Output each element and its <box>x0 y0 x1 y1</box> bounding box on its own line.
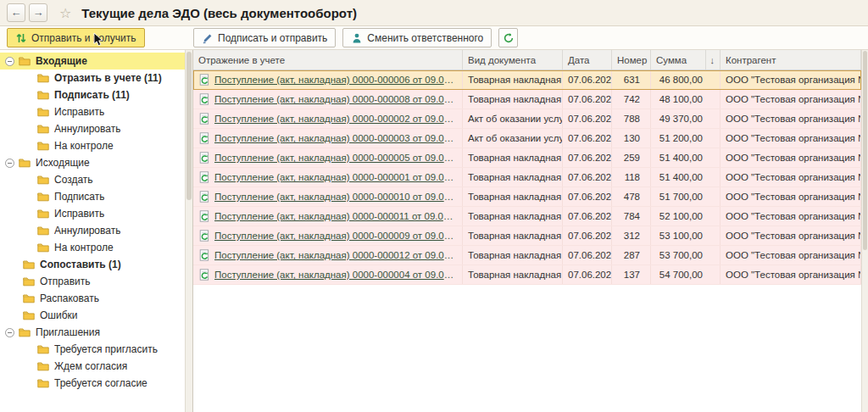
sidebar-item-need-invite[interactable]: Требуется пригласить <box>0 341 185 358</box>
table-header: Отражение в учете Вид документа Дата Ном… <box>193 50 861 70</box>
date-cell: 07.06.2020 <box>563 129 612 148</box>
document-link[interactable]: Поступление (акт, накладная) 0000-000006… <box>214 75 457 85</box>
favorite-star-icon[interactable]: ☆ <box>59 5 71 21</box>
folder-icon <box>23 293 35 303</box>
column-header-sum[interactable]: Сумма ↓ <box>651 50 721 70</box>
sidebar-item-invitations[interactable]: Приглашения <box>0 324 185 341</box>
number-cell: 478 <box>612 187 651 206</box>
sidebar-item-label: На контроле <box>54 242 114 253</box>
sidebar-item-control-out[interactable]: На контроле <box>0 239 185 256</box>
table-row[interactable]: Поступление (акт, накладная) 0000-000010… <box>193 187 861 207</box>
refresh-button[interactable] <box>498 28 518 47</box>
sidebar-item-annul-in[interactable]: Аннулировать <box>0 120 185 137</box>
sidebar-item-sign-out[interactable]: Подписать <box>0 188 185 205</box>
number-cell: 742 <box>612 90 651 109</box>
column-header-doc-type[interactable]: Вид документа <box>463 50 563 70</box>
document-link[interactable]: Поступление (акт, накладная) 0000-000001… <box>214 172 457 182</box>
forward-button[interactable]: → <box>29 3 47 22</box>
document-link[interactable]: Поступление (акт, накладная) 0000-000008… <box>214 94 457 104</box>
sum-cell: 51 700,00 <box>651 187 721 206</box>
collapse-icon[interactable] <box>5 159 14 168</box>
collapse-icon[interactable] <box>5 57 14 66</box>
table-row[interactable]: Поступление (акт, накладная) 0000-000001… <box>193 168 861 187</box>
pen-icon <box>202 32 214 44</box>
date-cell: 07.06.2020 <box>563 226 612 245</box>
document-link[interactable]: Поступление (акт, накладная) 0000-000012… <box>214 250 457 260</box>
table-row[interactable]: Поступление (акт, накладная) 0000-000002… <box>193 109 861 129</box>
sum-header-label: Сумма <box>656 55 687 65</box>
table-row[interactable]: Поступление (акт, накладная) 0000-000003… <box>193 129 861 148</box>
folder-icon <box>19 158 31 168</box>
column-header-reflection[interactable]: Отражение в учете <box>193 50 463 70</box>
document-link[interactable]: Поступление (акт, накладная) 0000-000002… <box>214 114 457 124</box>
folder-icon <box>37 361 49 371</box>
sidebar-scrollbar-thumb[interactable] <box>186 52 192 200</box>
sidebar-item-create[interactable]: Создать <box>0 171 185 188</box>
table-row[interactable]: Поступление (акт, накладная) 0000-000006… <box>193 70 861 90</box>
table-row[interactable]: Поступление (акт, накладная) 0000-000011… <box>193 207 861 226</box>
contractor-cell: ООО "Тестовая организация №2"... <box>721 70 861 89</box>
sidebar-item-outgoing[interactable]: Исходящие <box>0 154 185 171</box>
document-link[interactable]: Поступление (акт, накладная) 0000-000010… <box>214 192 457 202</box>
table-row[interactable]: Поступление (акт, накладная) 0000-000004… <box>193 265 861 285</box>
document-link[interactable]: Поступление (акт, накладная) 0000-000011… <box>214 211 457 221</box>
sidebar-item-fix-in[interactable]: Исправить <box>0 103 185 120</box>
window-scrollbar-thumb[interactable] <box>863 51 867 250</box>
sidebar-item-consent-required[interactable]: Требуется согласие <box>0 375 185 392</box>
toolbar-left-group: Отправить и получить <box>7 28 193 47</box>
document-link[interactable]: Поступление (акт, накладная) 0000-000003… <box>214 133 457 143</box>
back-button[interactable]: ← <box>7 3 25 22</box>
column-header-contractor[interactable]: Контрагент <box>721 50 861 70</box>
edo-document-icon <box>198 152 209 164</box>
contractor-cell: ООО "Тестовая организация №2"... <box>721 207 861 225</box>
table-row[interactable]: Поступление (акт, накладная) 0000-000008… <box>193 90 861 109</box>
change-responsible-button[interactable]: Сменить ответственного <box>342 28 492 47</box>
sidebar-item-errors[interactable]: Ошибки <box>0 307 185 324</box>
edo-document-icon <box>198 249 209 261</box>
sidebar-item-label: Исходящие <box>36 157 90 169</box>
document-link[interactable]: Поступление (акт, накладная) 0000-000004… <box>214 270 457 280</box>
folder-icon <box>37 90 49 100</box>
sum-cell: 49 370,00 <box>651 109 721 128</box>
collapse-icon[interactable] <box>5 328 14 337</box>
send-receive-button[interactable]: Отправить и получить <box>7 28 145 47</box>
folder-icon <box>23 259 35 270</box>
table-row[interactable]: Поступление (акт, накладная) 0000-000009… <box>193 226 861 246</box>
doc-type-cell: Товарная накладная <box>463 207 563 225</box>
sidebar-item-match[interactable]: Сопоставить (1) <box>0 256 185 273</box>
contractor-cell: ООО "Тестовая организация №2"... <box>721 187 861 206</box>
sidebar-item-label: Распаковать <box>40 292 99 304</box>
doc-type-cell: Товарная накладная <box>463 148 563 167</box>
column-header-date[interactable]: Дата <box>563 50 612 70</box>
sidebar-item-fix-out[interactable]: Исправить <box>0 205 185 222</box>
sidebar-item-label: Отразить в учете (11) <box>54 72 162 84</box>
sum-cell: 54 700,00 <box>651 265 721 284</box>
document-link[interactable]: Поступление (акт, накладная) 0000-000009… <box>214 231 457 241</box>
sidebar-item-annul-out[interactable]: Аннулировать <box>0 222 185 239</box>
sign-and-send-button[interactable]: Подписать и отправить <box>193 28 336 47</box>
document-link[interactable]: Поступление (акт, накладная) 0000-000005… <box>214 153 457 163</box>
sum-cell: 52 100,00 <box>651 207 721 225</box>
table-row[interactable]: Поступление (акт, накладная) 0000-000012… <box>193 246 861 265</box>
sidebar-item-label: Ждем согласия <box>54 360 127 372</box>
table-row[interactable]: Поступление (акт, накладная) 0000-000005… <box>193 148 861 168</box>
sidebar-item-sign-in[interactable]: Подписать (11) <box>0 86 185 103</box>
folder-icon <box>37 73 49 83</box>
sync-arrows-icon <box>15 32 27 44</box>
number-cell: 784 <box>612 207 651 225</box>
sidebar-item-awaiting-consent[interactable]: Ждем согласия <box>0 358 185 375</box>
doc-type-cell: Товарная накладная <box>463 265 563 284</box>
sum-cell: 51 200,00 <box>651 129 721 148</box>
sidebar-item-control-in[interactable]: На контроле <box>0 137 185 154</box>
doc-type-cell: Товарная накладная <box>463 168 563 187</box>
sidebar-item-incoming[interactable]: Входящие <box>0 53 185 70</box>
number-cell: 287 <box>612 246 651 264</box>
number-cell: 631 <box>612 70 651 89</box>
page-title: Текущие дела ЭДО (весь документооборот) <box>81 6 357 20</box>
column-header-number[interactable]: Номер <box>612 50 651 70</box>
sidebar-item-reflect[interactable]: Отразить в учете (11) <box>0 70 185 86</box>
sidebar-item-label: Входящие <box>36 55 87 67</box>
sidebar-item-send[interactable]: Отправить <box>0 273 185 290</box>
toolbar: Отправить и получить Подписать и отправи… <box>0 26 868 50</box>
sidebar-item-unpack[interactable]: Распаковать <box>0 290 185 307</box>
